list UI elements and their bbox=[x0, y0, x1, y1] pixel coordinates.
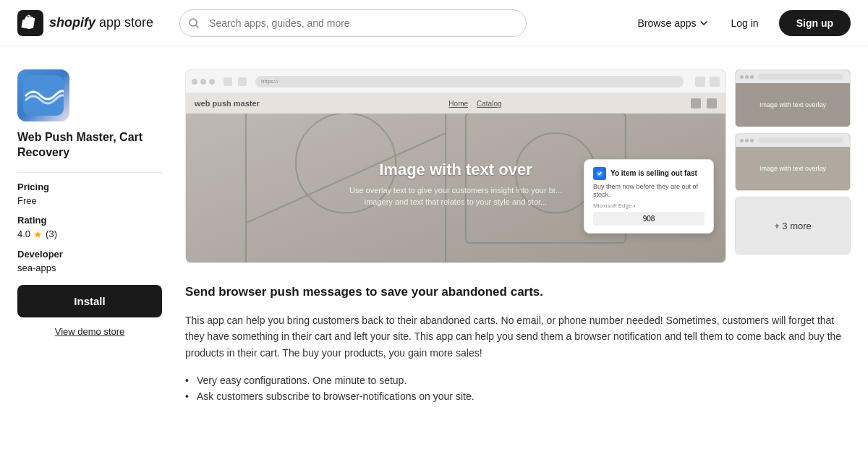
thumb-dot-2a bbox=[740, 139, 744, 142]
description-body: This app can help you bring customers ba… bbox=[185, 312, 851, 361]
browser-star-icon bbox=[695, 77, 705, 87]
search-nav-icon bbox=[691, 98, 701, 108]
thumbnail-gallery: Image with text overlay Image with text … bbox=[735, 69, 851, 263]
more-indicator: + 3 more bbox=[736, 197, 850, 254]
bullet-list: Very easy configurations. One minute to … bbox=[185, 372, 851, 405]
bullet-item-2: Ask customers subscribe to browser-notif… bbox=[185, 388, 851, 404]
thumb-label-1: Image with text overlay bbox=[757, 98, 829, 111]
search-icon bbox=[188, 17, 200, 29]
thumb-url-bar-1 bbox=[758, 74, 843, 80]
rating-value: 4.0 bbox=[17, 228, 30, 239]
thumb-browser-bar-2 bbox=[736, 134, 850, 147]
browser-dot-green bbox=[209, 79, 215, 85]
thumbnail-1[interactable]: Image with text overlay bbox=[735, 69, 851, 127]
url-text: https:// bbox=[261, 78, 278, 85]
thumb-label-2: Image with text overlay bbox=[757, 162, 829, 175]
pricing-label: Pricing bbox=[17, 181, 162, 192]
thumb-body-2: Image with text overlay bbox=[736, 147, 850, 190]
star-icon: ★ bbox=[33, 228, 43, 240]
notification-popup: Yo item is selling out fast Buy them now… bbox=[584, 159, 714, 234]
thumb-dot-1b bbox=[745, 75, 749, 79]
browser-forward-btn bbox=[238, 77, 247, 86]
notif-header: Yo item is selling out fast bbox=[593, 167, 705, 180]
app-title: Web Push Master, Cart Recovery bbox=[17, 130, 162, 161]
logo-text: shopify app store bbox=[49, 15, 153, 30]
screenshot-nav: web push master Home Catalog bbox=[186, 93, 726, 114]
rating-count: (3) bbox=[46, 228, 57, 239]
search-bar bbox=[179, 9, 527, 37]
chevron-down-icon bbox=[699, 19, 708, 27]
main-content: Web Push Master, Cart Recovery Pricing F… bbox=[0, 46, 868, 422]
sidebar: Web Push Master, Cart Recovery Pricing F… bbox=[17, 69, 162, 405]
browser-dot-red bbox=[192, 79, 197, 85]
thumb-dot-2b bbox=[745, 139, 749, 142]
screenshot-gallery: https:// web push master Home Catalog bbox=[185, 69, 851, 263]
pricing-value: Free bbox=[17, 195, 162, 206]
browser-back-btn bbox=[224, 77, 232, 86]
login-button[interactable]: Log in bbox=[728, 12, 762, 35]
more-count-text: + 3 more bbox=[774, 221, 812, 231]
notif-cta-button[interactable]: 908 bbox=[593, 212, 705, 226]
thumb-browser-bar-1 bbox=[736, 70, 850, 83]
logo[interactable]: shopify app store bbox=[17, 10, 153, 36]
cart-nav-icon bbox=[707, 98, 717, 108]
content-area: https:// web push master Home Catalog bbox=[185, 69, 851, 405]
nav-catalog: Catalog bbox=[477, 100, 501, 108]
svg-rect-2 bbox=[23, 75, 64, 116]
screenshot-brand: web push master bbox=[195, 99, 260, 108]
shopify-logo-icon bbox=[17, 10, 43, 36]
thumbnail-more[interactable]: + 3 more bbox=[735, 197, 851, 255]
thumb-dot-2c bbox=[750, 139, 754, 142]
app-icon-image bbox=[23, 75, 64, 116]
nav-home: Home bbox=[448, 100, 468, 108]
screenshot-nav-links: Home Catalog bbox=[448, 100, 501, 108]
install-button[interactable]: Install bbox=[17, 285, 162, 317]
view-demo-link[interactable]: View demo store bbox=[17, 326, 162, 337]
nav-icons bbox=[691, 98, 717, 108]
rating-row: 4.0 ★ (3) bbox=[17, 228, 162, 240]
thumb-dot-1c bbox=[750, 75, 754, 79]
description: Send browser push messages to save your … bbox=[185, 283, 851, 405]
browser-url-bar: https:// bbox=[255, 76, 684, 87]
header-nav: Browse apps Log in Sign up bbox=[635, 10, 851, 36]
thumbnail-2[interactable]: Image with text overlay bbox=[735, 133, 851, 191]
header: shopify app store Browse apps Log in Sig… bbox=[0, 0, 868, 46]
browse-apps-button[interactable]: Browse apps bbox=[635, 12, 711, 35]
main-screenshot-body: web push master Home Catalog bbox=[186, 93, 726, 262]
browser-actions bbox=[695, 77, 720, 87]
thumb-body-1: Image with text overlay bbox=[736, 83, 850, 127]
browser-dot-yellow bbox=[200, 79, 206, 85]
thumb-dot-1a bbox=[740, 75, 744, 79]
description-title: Send browser push messages to save your … bbox=[185, 283, 851, 301]
search-input[interactable] bbox=[179, 9, 527, 37]
browser-menu-icon bbox=[710, 77, 720, 87]
thumb-url-bar-2 bbox=[758, 137, 843, 143]
app-icon bbox=[17, 69, 69, 121]
browser-bar: https:// bbox=[186, 70, 726, 93]
developer-label: Developer bbox=[17, 249, 162, 260]
bullet-item-1: Very easy configurations. One minute to … bbox=[185, 372, 851, 388]
divider bbox=[17, 172, 162, 173]
notif-source: Microsoft Edge • bbox=[593, 202, 705, 209]
rating-label: Rating bbox=[17, 215, 162, 226]
developer-link[interactable]: sea-apps bbox=[17, 262, 162, 273]
notif-body: Buy them now before they are out of stoc… bbox=[593, 183, 705, 200]
notif-title: Yo item is selling out fast bbox=[610, 169, 697, 177]
signup-button[interactable]: Sign up bbox=[779, 10, 851, 36]
main-screenshot[interactable]: https:// web push master Home Catalog bbox=[185, 69, 726, 263]
browser-notif-icon bbox=[593, 167, 606, 180]
